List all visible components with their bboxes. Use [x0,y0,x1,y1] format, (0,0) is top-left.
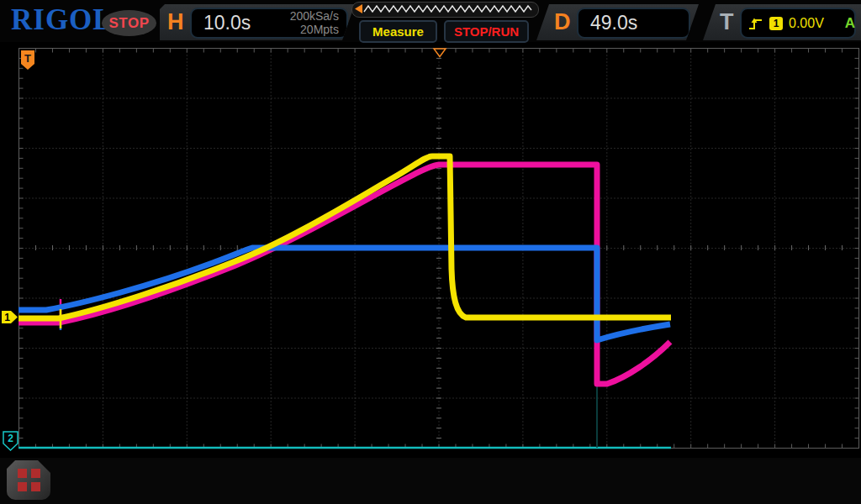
waveform-traces [18,156,671,448]
trigger-sweep-mode: A [845,15,855,32]
delay-box[interactable]: 49.0s [577,8,690,39]
waveform-position-bar[interactable] [351,2,539,18]
status-bar: RIGOL STOP H 10.0s 200kSa/s 20Mpts Measu… [0,0,861,42]
measure-button[interactable]: Measure [359,20,437,43]
sample-rate-memory: 200kSa/s 20Mpts [290,10,346,36]
trace-ch4-blue [18,248,670,340]
channel2-position-marker[interactable]: 2 [3,432,18,450]
menu-grid-icon [18,469,40,491]
channel1-position-marker[interactable]: 1 [2,311,18,323]
horizontal-panel[interactable]: H 10.0s 200kSa/s 20Mpts [160,4,355,40]
menu-button[interactable] [7,460,50,500]
waveform-overview-zigzag [352,3,536,15]
trigger-panel[interactable]: T 1 0.00V A [703,4,861,40]
svg-text:2: 2 [8,433,13,444]
svg-text:1: 1 [4,312,10,323]
horizontal-label: H [167,9,184,35]
trigger-level-flag[interactable]: T [21,50,34,70]
stop-run-button[interactable]: STOP/RUN [444,20,529,43]
rising-edge-trigger-icon [748,17,763,30]
timebase-box[interactable]: 10.0s 200kSa/s 20Mpts [190,8,348,39]
timebase-value: 10.0s [192,12,251,34]
position-arrow-icon [355,4,362,13]
trigger-position-marker[interactable] [434,49,446,57]
graticule: T 1 2 [0,42,861,458]
acquisition-status-badge: STOP [102,10,156,36]
trigger-label: T [720,9,734,35]
trigger-source-badge: 1 [769,17,783,30]
trigger-level-value: 0.00V [789,16,824,31]
oscilloscope-screen: { "header": { "logo_text": "RIGOL", "acq… [0,0,861,504]
svg-text:T: T [24,52,31,65]
trigger-box[interactable]: 1 0.00V [740,8,856,39]
delay-label: D [554,9,571,35]
trace-ch3-magenta [18,165,670,384]
delay-value: 49.0s [578,12,637,34]
delay-panel[interactable]: D 49.0s [536,4,699,40]
bottom-bar: 1 300V -400V 2 500mV -4.30V 3 300V -400V… [0,458,861,504]
rigol-logo: RIGOL [11,3,114,37]
